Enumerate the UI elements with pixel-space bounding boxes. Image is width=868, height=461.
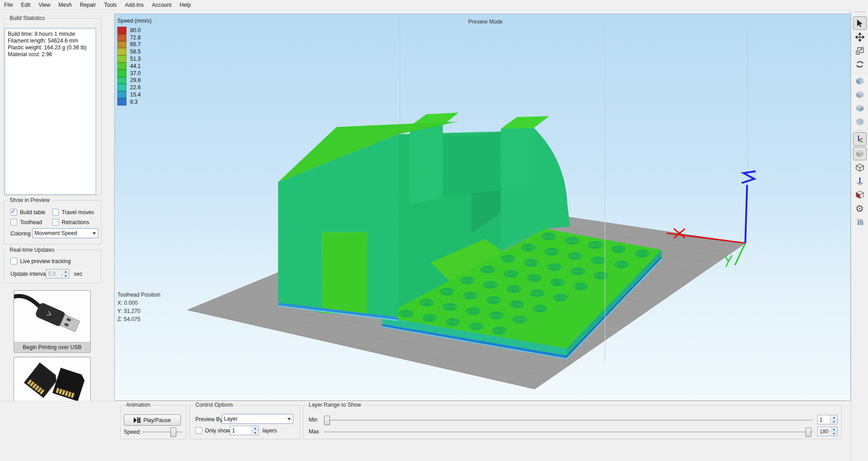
3d-viewport[interactable]: Speed (mm/s) 80.072.865.758.551.344.137.… bbox=[114, 14, 851, 401]
play-pause-button[interactable]: Play/Pause bbox=[124, 414, 181, 426]
speed-slider-handle[interactable] bbox=[170, 427, 176, 437]
legend-swatch bbox=[117, 55, 126, 62]
legend-value: 58.5 bbox=[130, 48, 141, 55]
realtime-updates-group: Real-time Updates Live preview tracking … bbox=[4, 250, 102, 283]
cursor-icon bbox=[856, 19, 864, 27]
view-top[interactable] bbox=[853, 88, 866, 101]
retractions-checkbox[interactable] bbox=[52, 219, 59, 226]
build-table-checkbox[interactable] bbox=[10, 209, 17, 216]
view-side[interactable] bbox=[853, 115, 866, 128]
checkbox-toolhead[interactable]: Toolhead bbox=[10, 219, 42, 226]
cross-section-tool[interactable] bbox=[853, 188, 866, 201]
menu-edit[interactable]: Edit bbox=[17, 1, 34, 9]
control-options-title: Control Options bbox=[194, 402, 235, 408]
machine-control-settings[interactable]: ⚙ bbox=[853, 202, 866, 215]
menu-bar: File Edit View Mesh Repair Tools Add-Ins… bbox=[0, 0, 868, 10]
normal-arrow-icon bbox=[855, 177, 864, 186]
legend-value: 72.8 bbox=[130, 34, 141, 41]
right-toolbar: ⚙ bbox=[851, 10, 868, 461]
max-slider-track[interactable] bbox=[324, 432, 813, 433]
rotate-icon bbox=[855, 60, 864, 69]
min-spin-buttons[interactable] bbox=[830, 415, 837, 424]
coloring-select[interactable]: Movement Speed bbox=[32, 228, 98, 238]
toolhead-y: Y: 31.270 bbox=[117, 307, 160, 315]
toolhead-position-readout: Toolhead Position X: 0.000 Y: 31.270 Z: … bbox=[117, 291, 160, 323]
min-slider-track[interactable] bbox=[324, 420, 813, 421]
toolhead-label: Toolhead bbox=[20, 219, 42, 226]
legend-value: 29.8 bbox=[130, 77, 141, 83]
menu-repair[interactable]: Repair bbox=[76, 1, 100, 9]
only-show-spinbox[interactable]: 1 bbox=[230, 426, 259, 435]
support-structures-tool[interactable] bbox=[853, 216, 866, 228]
preview-mode-label: Preview Mode bbox=[468, 19, 503, 25]
legend-swatch bbox=[117, 98, 126, 106]
live-preview-checkbox[interactable] bbox=[10, 258, 17, 264]
build-statistics-text: Build time: 8 hours 1 minute Filament le… bbox=[5, 28, 96, 195]
legend-swatch bbox=[117, 70, 126, 77]
legend-entry: 44.1 bbox=[117, 62, 151, 70]
retractions-label: Retractions bbox=[62, 219, 89, 226]
legend-value: 65.7 bbox=[130, 41, 141, 48]
solid-render-toggle[interactable] bbox=[853, 147, 867, 160]
menu-help[interactable]: Help bbox=[175, 1, 195, 9]
max-slider-handle[interactable] bbox=[805, 427, 811, 437]
only-show-checkbox[interactable] bbox=[195, 427, 202, 434]
view-front[interactable] bbox=[853, 102, 866, 115]
travel-moves-checkbox[interactable] bbox=[52, 209, 59, 216]
min-layer-spinbox[interactable]: 1 bbox=[817, 415, 838, 424]
checkbox-travel-moves[interactable]: Travel moves bbox=[52, 209, 94, 216]
checkbox-build-table[interactable]: Build table bbox=[10, 209, 45, 216]
scale-icon bbox=[855, 46, 864, 55]
select-tool[interactable] bbox=[853, 16, 867, 30]
menu-view[interactable]: View bbox=[34, 1, 54, 9]
show-in-preview-group: Show in Preview Build table Travel moves… bbox=[4, 200, 102, 245]
legend-entry: 72.8 bbox=[117, 34, 151, 41]
menu-tools[interactable]: Tools bbox=[100, 1, 121, 9]
3d-scene-canvas[interactable] bbox=[115, 14, 850, 400]
preview-by-select[interactable]: Layer bbox=[222, 414, 293, 424]
menu-account[interactable]: Account bbox=[148, 1, 175, 9]
checkbox-retractions[interactable]: Retractions bbox=[52, 219, 89, 226]
min-slider-handle[interactable] bbox=[324, 416, 330, 425]
legend-swatch bbox=[117, 27, 126, 34]
menu-mesh[interactable]: Mesh bbox=[54, 1, 76, 9]
begin-printing-usb-button[interactable]: Begin Printing over USB bbox=[14, 290, 91, 353]
stat-filament-length: Filament length: 54624.6 mm bbox=[8, 38, 93, 44]
only-show-label: Only show bbox=[205, 427, 230, 434]
preview-by-label: Preview By bbox=[195, 416, 223, 423]
view-iso[interactable] bbox=[853, 75, 866, 87]
max-spin-buttons[interactable] bbox=[830, 427, 837, 436]
wireframe-toggle[interactable] bbox=[853, 161, 866, 174]
scale-tool[interactable] bbox=[853, 44, 866, 57]
max-layer-value: 180 bbox=[818, 427, 830, 436]
coordinate-axes-toggle[interactable] bbox=[853, 132, 867, 146]
move-tool[interactable] bbox=[853, 31, 866, 43]
chevron-down-icon bbox=[92, 232, 96, 235]
min-layer-value: 1 bbox=[818, 415, 830, 424]
build-statistics-title: Build Statistics bbox=[8, 15, 47, 21]
coloring-label: Coloring bbox=[10, 230, 31, 237]
menu-add-ins[interactable]: Add-Ins bbox=[121, 1, 148, 9]
toolhead-checkbox[interactable] bbox=[10, 219, 17, 226]
update-interval-spin-buttons[interactable] bbox=[62, 269, 69, 278]
legend-entry: 37.0 bbox=[117, 70, 151, 77]
rotate-tool[interactable] bbox=[853, 58, 866, 71]
toolbar-grip[interactable] bbox=[855, 11, 865, 14]
live-preview-label: Live preview tracking bbox=[20, 258, 71, 264]
legend-entry: 65.7 bbox=[117, 41, 151, 48]
legend-value: 8.3 bbox=[130, 99, 138, 105]
only-show-spin-buttons[interactable] bbox=[251, 426, 258, 435]
menu-file[interactable]: File bbox=[0, 1, 17, 9]
checkbox-only-show[interactable]: Only show bbox=[195, 427, 230, 434]
legend-entry: 15.4 bbox=[117, 91, 151, 98]
max-layer-spinbox[interactable]: 180 bbox=[817, 427, 838, 436]
animation-group: Animation Play/Pause Speed: bbox=[120, 405, 186, 439]
cube-front-icon bbox=[855, 104, 864, 113]
legend-swatch bbox=[117, 34, 126, 41]
checkbox-live-preview[interactable]: Live preview tracking bbox=[10, 258, 71, 264]
cube-top-icon bbox=[855, 90, 864, 99]
update-interval-spinbox[interactable]: 5.0 bbox=[46, 269, 69, 279]
surface-normal-tool[interactable] bbox=[853, 175, 866, 187]
usb-cable-image bbox=[14, 291, 89, 341]
coloring-value: Movement Speed bbox=[34, 230, 77, 236]
